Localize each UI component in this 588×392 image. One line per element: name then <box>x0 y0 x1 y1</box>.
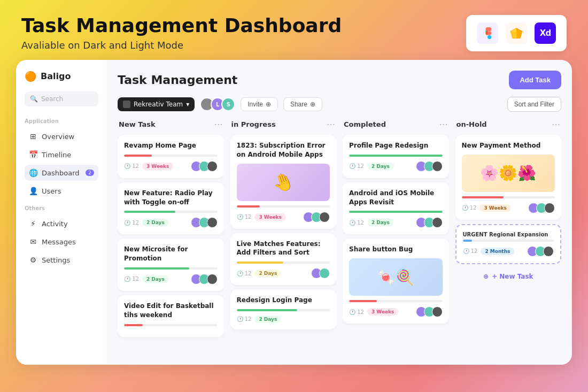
progress-bar <box>124 155 218 157</box>
card-avatar <box>544 203 555 213</box>
progress-fill <box>463 240 472 242</box>
dashboard-badge: 2 <box>86 170 94 176</box>
clock-icon: 🕐 12 <box>237 316 252 322</box>
task-title: Android and iOS Mobile Apps Revisit <box>349 189 443 207</box>
card-avatars <box>191 217 218 228</box>
col-title-new-task: New Task <box>119 120 156 128</box>
activity-label: Activity <box>42 220 68 228</box>
sidebar-item-timeline[interactable]: 📅 Timeline <box>25 147 98 163</box>
plus-icon: ⊕ <box>483 273 489 280</box>
others-section-label: Others <box>25 205 98 211</box>
col-cards-on-hold: New Payment Method 🌸🌼🌺 🕐 12 3 Weeks <box>455 135 562 365</box>
sidebar-item-messages[interactable]: ✉ Messages <box>25 234 98 250</box>
card-avatars <box>416 306 443 317</box>
xd-icon: Xd <box>535 22 556 44</box>
search-box[interactable]: 🔍 Search <box>25 91 98 106</box>
clock-icon: 🕐 12 <box>124 220 139 226</box>
team-name: Rekreativ Team <box>134 101 183 108</box>
sidebar-item-activity[interactable]: ⚡ Activity <box>25 216 98 232</box>
users-label: Users <box>42 187 61 195</box>
main-header: Task Management Add Task <box>118 71 561 89</box>
col-cards-new-task: Revamp Home Page 🕐 12 3 Weeks <box>118 135 224 365</box>
card-avatar <box>432 306 443 317</box>
card-avatar <box>207 274 218 285</box>
col-menu-new-task[interactable]: ⋯ <box>214 119 223 129</box>
sidebar-item-settings[interactable]: ⚙ Settings <box>25 252 98 268</box>
card-meta: 🕐 12 2 Days <box>124 217 218 228</box>
progress-bar <box>237 309 330 311</box>
clock-icon: 🕐 12 <box>349 220 364 226</box>
task-card-share-bug: Share button Bug 🍬🍭 🕐 12 3 Weeks <box>343 239 449 324</box>
card-avatars <box>191 161 218 172</box>
duration-badge: 3 Weeks <box>479 204 511 212</box>
sidebar: 🟠 Baligo 🔍 Search Application ⊞ Overview… <box>16 60 107 365</box>
invite-icon: ⊕ <box>266 101 271 108</box>
card-meta: 🕐 12 3 Weeks <box>237 212 330 222</box>
progress-bar <box>237 262 330 264</box>
card-avatar <box>207 217 218 228</box>
progress-fill <box>237 262 283 264</box>
task-image-candy: 🍬🍭 <box>349 258 443 296</box>
column-new-task: New Task ⋯ Revamp Home Page 🕐 12 3 Weeks <box>118 119 224 365</box>
progress-fill <box>124 324 143 326</box>
task-title: Profile Page Redesign <box>349 141 443 150</box>
card-avatar <box>207 161 218 172</box>
progress-fill <box>237 309 297 311</box>
duration-badge: 2 Days <box>142 219 169 226</box>
progress-fill <box>349 300 377 302</box>
urgent-label: URGENT Regional Expansion <box>463 232 554 237</box>
progress-fill <box>124 211 175 213</box>
col-cards-completed: Profile Page Redesign 🕐 12 2 Days <box>343 135 449 365</box>
col-title-completed: Completed <box>344 120 386 128</box>
page-header: Task Management Dashboard Avaliable on D… <box>0 0 588 60</box>
sort-filter-button[interactable]: Sort and Filter <box>507 97 561 112</box>
sidebar-item-users[interactable]: 👤 Users <box>25 183 98 199</box>
card-meta: 🕐 12 3 Weeks <box>462 203 555 213</box>
card-avatar <box>543 246 554 257</box>
logo-text: Baligo <box>41 71 71 81</box>
dashboard-icon: 🌐 <box>29 168 37 177</box>
task-card: Video Edit for Basketball tihs weekend <box>118 295 224 337</box>
dashboard-card: 🟠 Baligo 🔍 Search Application ⊞ Overview… <box>16 60 572 365</box>
card-avatar <box>319 268 330 279</box>
sketch-icon <box>506 22 527 44</box>
progress-bar <box>462 196 555 198</box>
col-menu-on-hold[interactable]: ⋯ <box>552 119 560 129</box>
invite-button[interactable]: Invite ⊕ <box>241 97 278 111</box>
dashboard-label: Dashboard <box>42 169 80 177</box>
task-title: New Feature: Radio Play with Toggle on-o… <box>124 189 218 207</box>
sidebar-item-overview[interactable]: ⊞ Overview <box>25 128 98 144</box>
sidebar-item-dashboard[interactable]: 🌐 Dashboard 2 <box>25 165 98 181</box>
col-header-completed: Completed ⋯ <box>343 119 449 129</box>
duration-badge: 2 Days <box>367 163 394 170</box>
col-menu-completed[interactable]: ⋯ <box>439 119 448 129</box>
progress-bar <box>349 211 443 213</box>
avatar-3: S <box>221 97 235 111</box>
duration-badge: 3 Weeks <box>254 213 286 221</box>
new-task-button[interactable]: ⊕ + New Task <box>455 268 562 285</box>
clock-icon: 🕐 12 <box>349 163 364 169</box>
task-card: Redesign Login Page 🕐 12 2 Days <box>230 289 337 329</box>
card-meta: 🕐 12 2 Days <box>349 161 443 172</box>
share-button[interactable]: Share ⊕ <box>283 97 322 111</box>
col-menu-in-progress[interactable]: ⋯ <box>327 119 335 129</box>
kanban-board: New Task ⋯ Revamp Home Page 🕐 12 3 Weeks <box>118 119 561 365</box>
messages-label: Messages <box>42 238 76 246</box>
add-task-button[interactable]: Add Task <box>509 71 561 89</box>
col-title-on-hold: on-Hold <box>457 120 487 128</box>
card-avatars <box>303 212 330 222</box>
column-in-progress: in Progress ⋯ 1823: Subscription Error o… <box>230 119 337 365</box>
task-title: Revamp Home Page <box>124 141 218 150</box>
duration-badge: 2 Months <box>481 248 514 255</box>
settings-label: Settings <box>42 256 70 264</box>
share-label: Share <box>290 101 307 108</box>
team-selector[interactable]: Rekreativ Team ▾ <box>118 97 195 111</box>
column-on-hold: on-Hold ⋯ New Payment Method 🌸🌼🌺 <box>455 119 562 365</box>
progress-bar <box>349 155 443 157</box>
new-task-label: + New Task <box>492 273 533 280</box>
task-title: Live Matches Features: Add Filters and S… <box>237 240 330 258</box>
column-completed: Completed ⋯ Profile Page Redesign 🕐 12 2… <box>343 119 449 365</box>
svg-point-0 <box>488 35 491 39</box>
duration-badge: 2 Days <box>367 219 394 226</box>
col-title-in-progress: in Progress <box>231 120 276 128</box>
